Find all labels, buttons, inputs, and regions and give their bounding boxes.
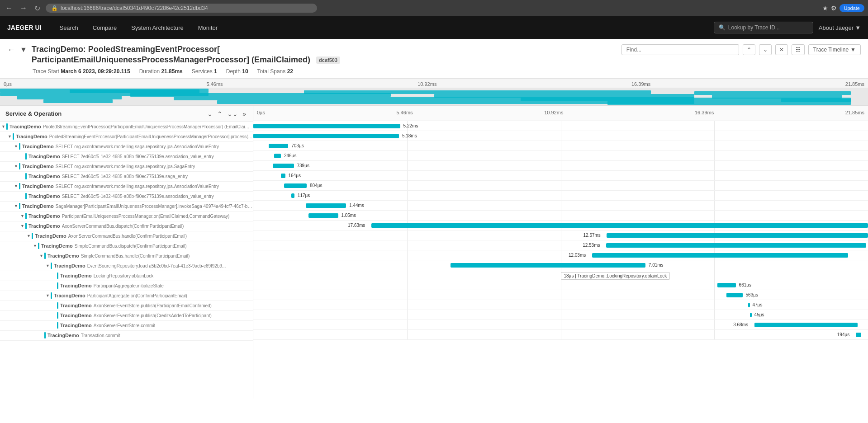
- span-bar-17: [726, 293, 742, 297]
- span-color-indicator-18: [57, 302, 58, 309]
- span-row-left-11[interactable]: ▼TracingDemo AxonServerCommandBus.handle…: [0, 231, 253, 241]
- span-row-left-14[interactable]: ▼TracingDemo EventSourcingRepository.loa…: [0, 261, 253, 271]
- timeline-labels: 0µs 5.46ms 10.92ms 16.39ms 21.85ms: [0, 80, 868, 88]
- span-row-right-19[interactable]: 45µs: [253, 310, 868, 320]
- span-row-left-10[interactable]: ▼TracingDemo AxonServerCommandBus.dispat…: [0, 221, 253, 231]
- span-row-left-1[interactable]: ▼TracingDemo PooledStreamingEventProcess…: [0, 132, 253, 142]
- update-button[interactable]: Update: [840, 4, 864, 12]
- span-row-right-14[interactable]: 7.01ms: [253, 260, 868, 270]
- url-bar[interactable]: 🔒 localhost:16686/trace/dcaf50341d490c72…: [46, 4, 317, 13]
- nav-compare[interactable]: Compare: [85, 16, 124, 39]
- star-icon[interactable]: ★: [822, 5, 828, 12]
- right-tick-0: 0µs: [253, 110, 265, 117]
- expand-btn-9[interactable]: ▼: [19, 214, 25, 218]
- expand-btn-0[interactable]: ▼: [0, 124, 6, 129]
- span-row-right-7[interactable]: 117µs: [253, 191, 868, 201]
- about-jaeger[interactable]: About Jaeger ▼: [819, 24, 861, 31]
- collapse-children-button[interactable]: »: [241, 110, 247, 118]
- span-service-8: TracingDemo: [22, 203, 54, 209]
- service-operation-label: Service & Operation: [5, 110, 62, 117]
- span-row-right-17[interactable]: 563µs: [253, 290, 868, 300]
- span-row-left-15[interactable]: TracingDemo LockingRepository.obtainLock: [0, 271, 253, 281]
- span-row-right-9[interactable]: 1.05ms: [253, 211, 868, 221]
- span-row-right-12[interactable]: 12.53ms: [253, 240, 868, 250]
- span-operation-2: SELECT org.axonframework.modelling.saga.…: [56, 144, 219, 149]
- span-row-right-18[interactable]: 47µs: [253, 300, 868, 310]
- span-row-right-10[interactable]: 17.63ms: [253, 221, 868, 230]
- span-row-right-8[interactable]: 1.44ms: [253, 201, 868, 211]
- expand-btn-17[interactable]: ▼: [44, 293, 51, 298]
- reload-button[interactable]: ↻: [33, 3, 42, 14]
- expand-all-button[interactable]: ⌃: [216, 110, 224, 118]
- span-row-left-20[interactable]: TracingDemo AxonServerEventStore.commit: [0, 321, 253, 331]
- span-duration-1: 5.18ms: [402, 133, 417, 138]
- expand-btn-12[interactable]: ▼: [32, 244, 38, 248]
- nav-system-architecture[interactable]: System Architecture: [124, 16, 191, 39]
- span-row-right-21[interactable]: 194µs: [253, 330, 868, 340]
- forward-button[interactable]: →: [18, 3, 29, 13]
- trace-collapse-button[interactable]: ▼: [20, 46, 27, 54]
- expand-btn-4[interactable]: ▼: [13, 164, 19, 169]
- next-match-button[interactable]: ⌄: [759, 44, 772, 55]
- expand-btn-14[interactable]: ▼: [44, 263, 51, 268]
- span-row-left-19[interactable]: TracingDemo AxonServerEventStore.publish…: [0, 311, 253, 321]
- span-row-right-15[interactable]: 18µs | TracingDemo::LockingRepository.ob…: [253, 270, 868, 280]
- prev-match-button[interactable]: ⌃: [743, 44, 755, 55]
- expand-btn-2[interactable]: ▼: [13, 144, 19, 149]
- span-row-left-21[interactable]: TracingDemo Transaction.commit: [0, 331, 253, 341]
- span-row-right-6[interactable]: 804µs: [253, 181, 868, 191]
- span-bar-12: [606, 243, 866, 248]
- span-duration-5: 164µs: [288, 173, 300, 178]
- span-row-left-2[interactable]: ▼TracingDemo SELECT org.axonframework.mo…: [0, 142, 253, 152]
- browser-actions: ★ ⚙ Update: [822, 4, 864, 12]
- timeline-minimap[interactable]: [0, 88, 868, 106]
- span-row-right-13[interactable]: 12.03ms: [253, 250, 868, 260]
- span-color-indicator-3: [25, 153, 27, 160]
- span-row-left-6[interactable]: ▼TracingDemo SELECT org.axonframework.mo…: [0, 182, 253, 192]
- span-color-indicator-0: [6, 123, 8, 130]
- expand-btn-10[interactable]: ▼: [19, 224, 25, 228]
- expand-btn-11[interactable]: ▼: [25, 234, 32, 238]
- span-row-left-18[interactable]: TracingDemo AxonServerEventStore.publish…: [0, 301, 253, 311]
- span-row-right-0[interactable]: 5.22ms: [253, 121, 868, 131]
- expand-btn-8[interactable]: ▼: [13, 204, 19, 208]
- span-operation-5: SELECT 2ed60cf5-1e32-4685-a08b-f90ec7751…: [62, 174, 188, 179]
- span-row-right-3[interactable]: 246µs: [253, 151, 868, 161]
- span-row-left-3[interactable]: TracingDemo SELECT 2ed60cf5-1e32-4685-a0…: [0, 152, 253, 162]
- expand-btn-6[interactable]: ▼: [13, 184, 19, 188]
- extension-icon[interactable]: ⚙: [831, 5, 837, 12]
- expand-btn-13[interactable]: ▼: [38, 254, 44, 258]
- expand-children-button[interactable]: ⌄⌄: [226, 110, 239, 118]
- span-row-right-2[interactable]: 703µs: [253, 141, 868, 151]
- span-row-left-16[interactable]: TracingDemo ParticipantAggregate.initial…: [0, 281, 253, 291]
- span-row-right-5[interactable]: 164µs: [253, 171, 868, 181]
- close-find-button[interactable]: ✕: [775, 44, 788, 55]
- span-row-left-12[interactable]: ▼TracingDemo SimpleCommandBus.dispatch(C…: [0, 241, 253, 251]
- span-row-left-9[interactable]: ▼TracingDemo ParticipantEmailUniquenessP…: [0, 212, 253, 221]
- collapse-all-button[interactable]: ⌄: [206, 110, 214, 118]
- span-row-left-5[interactable]: TracingDemo SELECT 2ed60cf5-1e32-4685-a0…: [0, 172, 253, 182]
- span-row-left-13[interactable]: ▼TracingDemo SimpleCommandBus.handle(Con…: [0, 251, 253, 261]
- back-button[interactable]: ←: [4, 3, 14, 13]
- span-row-right-1[interactable]: 5.18ms: [253, 131, 868, 141]
- find-input[interactable]: [621, 44, 739, 55]
- expand-btn-1[interactable]: ▼: [6, 134, 13, 139]
- span-row-left-7[interactable]: TracingDemo SELECT 2ed60cf5-1e32-4685-a0…: [0, 192, 253, 202]
- graph-button[interactable]: ☷: [792, 44, 805, 55]
- nav-search[interactable]: Search: [52, 16, 85, 39]
- span-row-left-8[interactable]: ▼TracingDemo SagaManager[ParticipantEmai…: [0, 202, 253, 212]
- span-row-left-17[interactable]: ▼TracingDemo ParticipantAggregate.on(Con…: [0, 291, 253, 301]
- span-row-right-20[interactable]: 3.68ms: [253, 320, 868, 330]
- span-row-right-4[interactable]: 739µs: [253, 161, 868, 171]
- trace-id-badge: dcaf503: [316, 56, 340, 64]
- trace-back-button[interactable]: ←: [7, 45, 15, 55]
- trace-lookup[interactable]: 🔍 Lookup by Trace ID...: [714, 22, 813, 33]
- span-row-right-11[interactable]: 12.57ms: [253, 230, 868, 240]
- span-row-left-0[interactable]: ▼TracingDemo PooledStreamingEventProcess…: [0, 122, 253, 132]
- span-row-left-4[interactable]: ▼TracingDemo SELECT org.axonframework.mo…: [0, 162, 253, 172]
- span-bar-5: [281, 174, 285, 178]
- span-row-right-16[interactable]: 661µs: [253, 280, 868, 290]
- span-duration-14: 7.01ms: [649, 263, 664, 268]
- nav-monitor[interactable]: Monitor: [191, 16, 225, 39]
- trace-timeline-button[interactable]: Trace Timeline ▼: [808, 44, 861, 55]
